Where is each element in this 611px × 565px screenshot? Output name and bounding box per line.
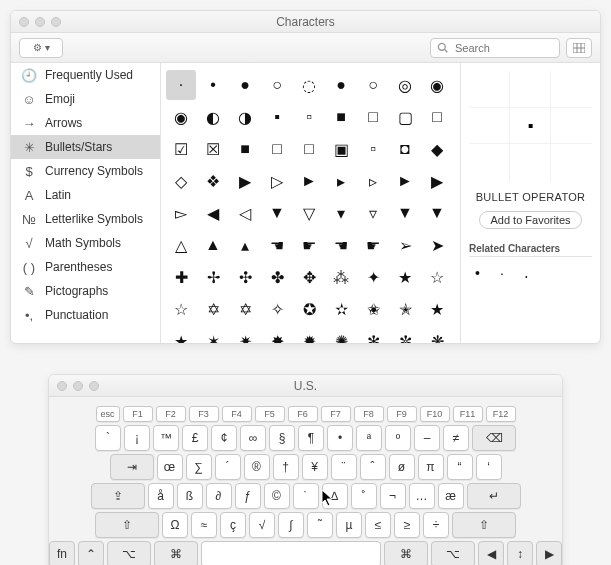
character-cell[interactable]: ▽	[294, 198, 324, 228]
character-cell[interactable]: ▸	[326, 166, 356, 196]
key-esc[interactable]: esc	[96, 406, 120, 422]
key-´[interactable]: ´	[215, 454, 241, 480]
key-F10[interactable]: F10	[420, 406, 450, 422]
sidebar-item-punctuation[interactable]: •,Punctuation	[11, 303, 160, 327]
character-cell[interactable]: ◉	[422, 70, 452, 100]
key-F7[interactable]: F7	[321, 406, 351, 422]
character-cell[interactable]: ✭	[390, 294, 420, 324]
character-cell[interactable]: ✸	[262, 326, 292, 344]
key-∆[interactable]: ∆	[322, 483, 348, 509]
sidebar-item-frequently-used[interactable]: 🕘Frequently Used	[11, 63, 160, 87]
related-character[interactable]: ·	[500, 265, 504, 281]
key-Ω[interactable]: Ω	[162, 512, 188, 538]
character-cell[interactable]: ✣	[230, 262, 260, 292]
key-F12[interactable]: F12	[486, 406, 516, 422]
sidebar-item-emoji[interactable]: ☺Emoji	[11, 87, 160, 111]
sidebar-item-arrows[interactable]: →Arrows	[11, 111, 160, 135]
character-cell[interactable]: ✹	[294, 326, 324, 344]
character-cell[interactable]: ✼	[390, 326, 420, 344]
key-˜[interactable]: ˜	[307, 512, 333, 538]
character-cell[interactable]: ✢	[198, 262, 228, 292]
key-–[interactable]: –	[414, 425, 440, 451]
sidebar-item-parentheses[interactable]: ( )Parentheses	[11, 255, 160, 279]
key-⌘[interactable]: ⌘	[384, 541, 428, 565]
character-cell[interactable]: ►	[294, 166, 324, 196]
character-cell[interactable]: ◎	[390, 70, 420, 100]
key-ª[interactable]: ª	[356, 425, 382, 451]
character-cell[interactable]: ✡	[198, 294, 228, 324]
key-F2[interactable]: F2	[156, 406, 186, 422]
key-∫[interactable]: ∫	[278, 512, 304, 538]
sidebar-item-letterlike-symbols[interactable]: №Letterlike Symbols	[11, 207, 160, 231]
character-cell[interactable]: ➢	[390, 230, 420, 260]
key-º[interactable]: º	[385, 425, 411, 451]
character-cell[interactable]: ✪	[294, 294, 324, 324]
key-¡[interactable]: ¡	[124, 425, 150, 451]
key-¢[interactable]: ¢	[211, 425, 237, 451]
sidebar-item-currency-symbols[interactable]: $Currency Symbols	[11, 159, 160, 183]
key-§[interactable]: §	[269, 425, 295, 451]
character-cell[interactable]: ❖	[198, 166, 228, 196]
character-cell[interactable]: ✺	[326, 326, 356, 344]
character-cell[interactable]: ★	[422, 294, 452, 324]
character-cell[interactable]: ➤	[422, 230, 452, 260]
character-cell[interactable]: ☒	[198, 134, 228, 164]
character-cell[interactable]: ▹	[358, 166, 388, 196]
key-∂[interactable]: ∂	[206, 483, 232, 509]
key-√[interactable]: √	[249, 512, 275, 538]
character-cell[interactable]: △	[166, 230, 196, 260]
character-cell[interactable]: ★	[166, 326, 196, 344]
character-cell[interactable]: ☚	[262, 230, 292, 260]
character-cell[interactable]: ❋	[422, 326, 452, 344]
search-input[interactable]	[453, 41, 543, 55]
character-cell[interactable]: ◘	[390, 134, 420, 164]
key-F1[interactable]: F1	[123, 406, 153, 422]
key-…[interactable]: …	[409, 483, 435, 509]
key-⇥[interactable]: ⇥	[110, 454, 154, 480]
key-™[interactable]: ™	[153, 425, 179, 451]
character-cell[interactable]: ☆	[166, 294, 196, 324]
character-cell[interactable]: ☛	[358, 230, 388, 260]
key-↕[interactable]: ↕	[507, 541, 533, 565]
key-F3[interactable]: F3	[189, 406, 219, 422]
key-↵[interactable]: ↵	[467, 483, 521, 509]
key-⌘[interactable]: ⌘	[154, 541, 198, 565]
character-cell[interactable]: □	[358, 102, 388, 132]
character-cell[interactable]: □	[422, 102, 452, 132]
character-cell[interactable]: ◌	[294, 70, 324, 100]
key-ç[interactable]: ç	[220, 512, 246, 538]
character-cell[interactable]: ◁	[230, 198, 260, 228]
key-⇧[interactable]: ⇧	[95, 512, 159, 538]
character-cell[interactable]: ▪	[262, 102, 292, 132]
close-window-button[interactable]	[57, 381, 67, 391]
key-˙[interactable]: ˙	[293, 483, 319, 509]
sidebar-item-math-symbols[interactable]: √Math Symbols	[11, 231, 160, 255]
key-¨[interactable]: ¨	[331, 454, 357, 480]
key-ˆ[interactable]: ˆ	[360, 454, 386, 480]
key-⌥[interactable]: ⌥	[107, 541, 151, 565]
character-cell[interactable]: ●	[326, 70, 356, 100]
key-F4[interactable]: F4	[222, 406, 252, 422]
character-cell[interactable]: ✬	[358, 294, 388, 324]
key-å[interactable]: å	[148, 483, 174, 509]
character-cell[interactable]: ●	[230, 70, 260, 100]
sidebar-item-latin[interactable]: ALatin	[11, 183, 160, 207]
search-field[interactable]	[430, 38, 560, 58]
character-cell[interactable]: ▲	[198, 230, 228, 260]
key-˚[interactable]: ˚	[351, 483, 377, 509]
character-cell[interactable]: □	[294, 134, 324, 164]
character-cell[interactable]: ✥	[294, 262, 324, 292]
character-cell[interactable]: ◑	[230, 102, 260, 132]
character-cell[interactable]: ▻	[166, 198, 196, 228]
character-cell[interactable]: ▼	[390, 198, 420, 228]
view-toggle-button[interactable]	[566, 38, 592, 58]
key-▶[interactable]: ▶	[536, 541, 562, 565]
character-cell[interactable]: ▷	[262, 166, 292, 196]
key-≤[interactable]: ≤	[365, 512, 391, 538]
key-‘[interactable]: ‘	[476, 454, 502, 480]
key-¬[interactable]: ¬	[380, 483, 406, 509]
sidebar-item-bullets-stars[interactable]: ✳Bullets/Stars	[11, 135, 160, 159]
key-⇪[interactable]: ⇪	[91, 483, 145, 509]
key-ß[interactable]: ß	[177, 483, 203, 509]
key-⌫[interactable]: ⌫	[472, 425, 516, 451]
